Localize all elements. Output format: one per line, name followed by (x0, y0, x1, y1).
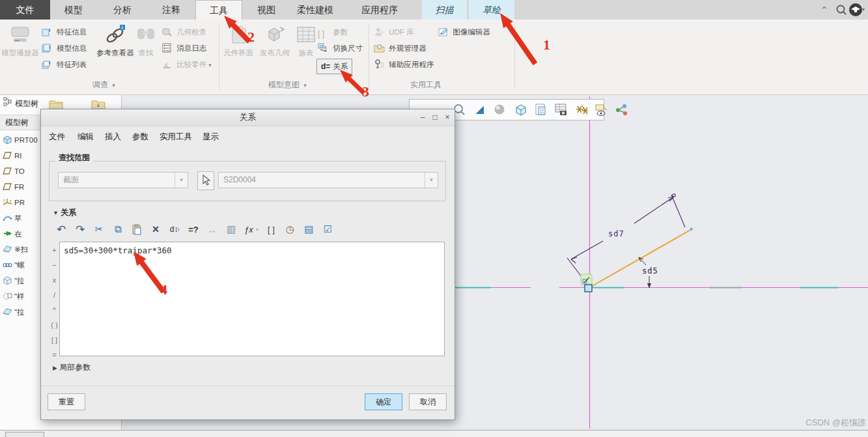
group-separator (219, 23, 219, 90)
paste-icon[interactable] (131, 221, 143, 237)
op-divide[interactable]: / (49, 288, 59, 303)
menu-parameters[interactable]: 参数 (132, 132, 148, 143)
datum-display-icon[interactable] (574, 102, 588, 118)
op-power[interactable]: ^ (49, 303, 59, 318)
shading-style-icon[interactable] (493, 102, 507, 118)
menu-show[interactable]: 显示 (203, 132, 219, 143)
group-label-investigate[interactable]: 调查 ▾ (92, 79, 115, 91)
search-icon[interactable] (835, 3, 848, 19)
appearance-manager-button[interactable]: 外观管理器 (374, 41, 427, 55)
cancel-button[interactable]: 取消 (409, 393, 447, 410)
chevron-down-icon[interactable]: ▾ (175, 173, 188, 188)
folder-icon[interactable] (49, 98, 63, 109)
op-parens[interactable]: ( ) (49, 318, 59, 333)
compare-part-button[interactable]: 比较零件▾ (161, 57, 212, 72)
sketch-icon (3, 214, 12, 222)
local-parameters-toggle[interactable]: ▶ 局部参数 (53, 362, 91, 373)
tab-annotate[interactable]: 注释 (155, 0, 188, 20)
op-minus[interactable]: − (49, 258, 59, 273)
account-icon[interactable] (848, 3, 865, 20)
datum-plane-icon (3, 182, 12, 191)
group-label-model-intent[interactable]: 模型意图 ▾ (268, 79, 307, 91)
dialog-minimize-button[interactable]: – (417, 109, 428, 126)
op-equals[interactable]: = (49, 348, 59, 363)
publish-geometry-button[interactable]: 发布几何 (258, 22, 292, 57)
relations-section-header[interactable]: ▼ 关系 (53, 207, 76, 218)
pick-from-screen-button[interactable] (197, 171, 214, 190)
redo-icon[interactable]: ↷ (74, 221, 86, 237)
tab-file[interactable]: 文件 (0, 0, 50, 20)
saved-orientations-icon[interactable] (553, 102, 568, 118)
parameters-button[interactable]: [ ] 参数 (318, 25, 348, 39)
tab-model[interactable]: 模型 (57, 0, 90, 20)
aux-applications-button[interactable]: 辅助应用程序 (374, 57, 434, 72)
op-plus[interactable]: + (49, 243, 59, 258)
brackets-icon[interactable]: [ ] (265, 221, 277, 237)
model-tree-icon (3, 99, 13, 108)
verify-relations-icon[interactable]: ☑ (322, 221, 333, 237)
tab-view[interactable]: 视图 (250, 0, 283, 20)
family-table-button[interactable]: 族表 (293, 22, 319, 57)
tab-analysis[interactable]: 分析 (106, 0, 139, 20)
spin-center-icon[interactable] (614, 102, 628, 118)
op-brackets[interactable]: [ ] (49, 333, 59, 348)
evaluate-icon[interactable]: =? (188, 221, 199, 237)
tab-tools[interactable]: 工具 (195, 0, 242, 20)
relations-button[interactable]: d=关系 (316, 59, 352, 74)
feature-info-button[interactable]: i 特征信息 (42, 25, 87, 39)
dialog-separator (41, 386, 455, 386)
message-log-button[interactable]: 消息日志 (161, 41, 206, 55)
status-bar (0, 430, 868, 437)
delete-icon[interactable]: × (150, 221, 161, 237)
chevron-down-icon[interactable]: ▾ (425, 173, 438, 188)
look-in-name-select[interactable]: S2D0004 ▾ (218, 172, 438, 188)
function-icon[interactable]: ƒx ▾ (244, 221, 258, 237)
undo-icon[interactable]: ↶ (55, 221, 67, 237)
annotation-display-icon[interactable] (594, 102, 608, 118)
menu-insert[interactable]: 插入 (105, 132, 121, 143)
display-style-icon[interactable] (513, 102, 527, 118)
find-button[interactable]: 查找 (133, 22, 159, 57)
units-icon[interactable]: ◷ (284, 221, 296, 237)
tab-flexible-modeling[interactable]: 柔性建模 (290, 0, 341, 20)
model-tree-title: 模型树 (15, 99, 38, 108)
menu-file[interactable]: 文件 (49, 132, 65, 143)
model-player-button[interactable]: ◂▪▸ 模型播放器 (1, 22, 39, 57)
reference-viewer-button[interactable]: i 参考查看器 (96, 22, 134, 57)
dialog-maximize-button[interactable]: □ (429, 109, 441, 126)
dialog-close-button[interactable]: × (441, 109, 453, 126)
model-tree-tab[interactable]: 模型树 (5, 118, 29, 127)
menu-utilities[interactable]: 实用工具 (160, 132, 192, 143)
op-multiply[interactable]: x (49, 273, 59, 288)
model-info-button[interactable]: i 模型信息 (42, 41, 87, 55)
menu-edit[interactable]: 编辑 (77, 132, 94, 143)
copy-icon[interactable]: ⧉ (112, 221, 124, 237)
switch-dimensions-button[interactable]: 15x 切换尺寸 (318, 41, 363, 55)
tab-applications[interactable]: 应用程序 (353, 0, 406, 20)
feature-list-button[interactable]: i 特征列表 (42, 57, 87, 72)
insert-from-file-icon[interactable]: ▥ (225, 221, 237, 237)
toggle-dimensions-icon[interactable]: d↕i (169, 221, 180, 237)
relation-text-editor[interactable]: sd5=30+300*trajpar*360 (59, 242, 445, 356)
folder-save-icon[interactable] (91, 98, 105, 109)
image-editor-button[interactable]: 图像编辑器 (438, 25, 490, 39)
minimize-ribbon-icon[interactable]: ⌃ (820, 5, 828, 15)
sort-relations-icon[interactable]: ▤ (303, 221, 315, 237)
tab-sketch[interactable]: 草绘 (469, 0, 514, 20)
extrude-feature-icon (3, 276, 12, 285)
feature-list-label: 特征列表 (57, 61, 87, 68)
annotation-number-4: 4 (160, 281, 167, 298)
reset-button[interactable]: 重置 (48, 393, 85, 410)
geometry-check-button[interactable]: 几何检查 (161, 25, 206, 39)
plane-display-icon[interactable] (533, 102, 548, 118)
ok-button[interactable]: 确定 (365, 393, 402, 410)
compare-part-dropdown-icon[interactable]: ▾ (208, 62, 212, 68)
look-in-type-select[interactable]: 截面 ▾ (58, 172, 188, 188)
model-player-label: 模型播放器 (1, 49, 39, 57)
group-separator (369, 23, 369, 90)
annotation-number-2: 2 (247, 29, 255, 46)
tab-scan[interactable]: 扫描 (422, 0, 467, 20)
repaint-icon[interactable] (473, 102, 487, 118)
cut-icon[interactable]: ✂ (93, 221, 105, 237)
udf-library-button[interactable]: UDF 库 (374, 25, 414, 39)
